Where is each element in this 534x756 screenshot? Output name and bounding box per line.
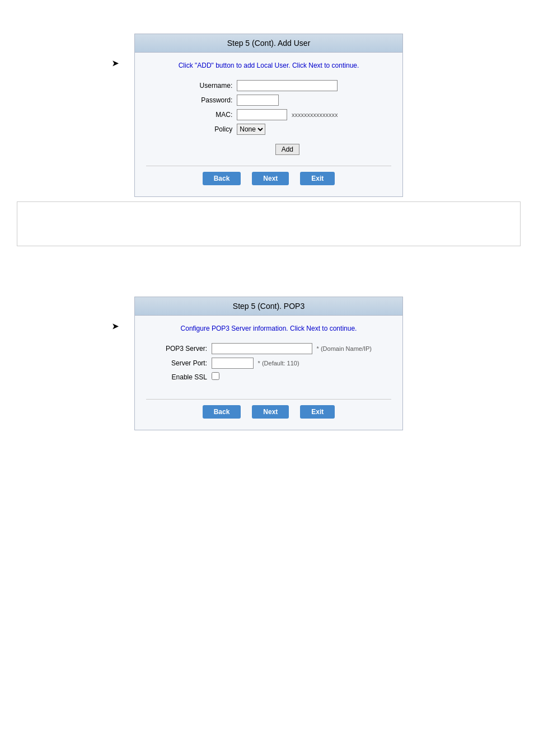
- mac-dots: xxxxxxxxxxxxxxx: [292, 111, 338, 118]
- add-user-panel: Step 5 (Cont). Add User Click "ADD" butt…: [134, 34, 403, 197]
- pop3-back-button[interactable]: Back: [203, 405, 241, 419]
- add-button[interactable]: Add: [275, 144, 299, 155]
- password-label: Password:: [198, 93, 235, 107]
- add-user-exit-button[interactable]: Exit: [300, 172, 335, 185]
- add-button-container: Add: [237, 140, 338, 155]
- add-button-cell: Add: [235, 137, 340, 157]
- server-port-input[interactable]: [212, 358, 254, 369]
- username-input[interactable]: [237, 80, 338, 91]
- add-user-panel-body: Click "ADD" button to add Local User. Cl…: [135, 53, 402, 196]
- pop3-panel-body: Configure POP3 Server information. Click…: [135, 316, 402, 430]
- add-user-back-button[interactable]: Back: [203, 172, 241, 185]
- pop3-next-button[interactable]: Next: [252, 405, 289, 419]
- enable-ssl-label: Enable SSL: [163, 370, 209, 383]
- enable-ssl-checkbox[interactable]: [212, 372, 219, 380]
- add-user-form: Username: Password: MAC: xxxxxxxxxxxxx: [198, 78, 340, 157]
- add-button-row: Add: [198, 137, 340, 157]
- pop3-server-input[interactable]: [212, 343, 312, 354]
- username-cell: [235, 78, 340, 93]
- policy-row: Policy None: [198, 122, 340, 137]
- pop3-panel-header: Step 5 (Cont). POP3: [135, 297, 402, 316]
- arrow-bullet-1: ➤: [112, 59, 119, 68]
- policy-cell: None: [235, 122, 340, 137]
- page-container: ➤ Step 5 (Cont). Add User Click "ADD" bu…: [0, 0, 534, 756]
- password-row: Password:: [198, 93, 340, 107]
- enable-ssl-row: Enable SSL: [163, 370, 374, 383]
- empty-text-box: [17, 201, 521, 246]
- pop3-exit-button[interactable]: Exit: [300, 405, 335, 419]
- pop3-panel-title: Step 5 (Cont). POP3: [233, 302, 305, 311]
- mac-row: MAC: xxxxxxxxxxxxxxx: [198, 107, 340, 122]
- policy-select[interactable]: None: [237, 124, 265, 135]
- mac-input[interactable]: [237, 109, 287, 120]
- server-port-hint: * (Default: 110): [258, 360, 299, 367]
- server-port-cell: * (Default: 110): [209, 356, 374, 370]
- add-user-panel-title: Step 5 (Cont). Add User: [227, 39, 311, 48]
- username-label: Username:: [198, 78, 235, 93]
- enable-ssl-cell: [209, 370, 374, 383]
- pop3-nav-buttons: Back Next Exit: [146, 399, 391, 419]
- mac-label: MAC:: [198, 107, 235, 122]
- add-user-next-button[interactable]: Next: [252, 172, 289, 185]
- policy-label: Policy: [198, 122, 235, 137]
- server-port-label: Server Port:: [163, 356, 209, 370]
- pop3-instruction: Configure POP3 Server information. Click…: [146, 325, 391, 332]
- add-user-nav-buttons: Back Next Exit: [146, 166, 391, 185]
- password-input[interactable]: [237, 95, 279, 106]
- password-cell: [235, 93, 340, 107]
- mac-cell: xxxxxxxxxxxxxxx: [235, 107, 340, 122]
- username-row: Username:: [198, 78, 340, 93]
- pop3-server-cell: * (Domain Name/IP): [209, 341, 374, 356]
- pop3-server-hint: * (Domain Name/IP): [317, 345, 372, 352]
- pop3-server-row: POP3 Server: * (Domain Name/IP): [163, 341, 374, 356]
- add-user-panel-header: Step 5 (Cont). Add User: [135, 34, 402, 53]
- pop3-server-label: POP3 Server:: [163, 341, 209, 356]
- pop3-panel: Step 5 (Cont). POP3 Configure POP3 Serve…: [134, 297, 403, 430]
- arrow-bullet-2: ➤: [112, 322, 119, 331]
- server-port-row: Server Port: * (Default: 110): [163, 356, 374, 370]
- add-user-instruction: Click "ADD" button to add Local User. Cl…: [146, 62, 391, 69]
- pop3-form: POP3 Server: * (Domain Name/IP) Server P…: [163, 341, 374, 383]
